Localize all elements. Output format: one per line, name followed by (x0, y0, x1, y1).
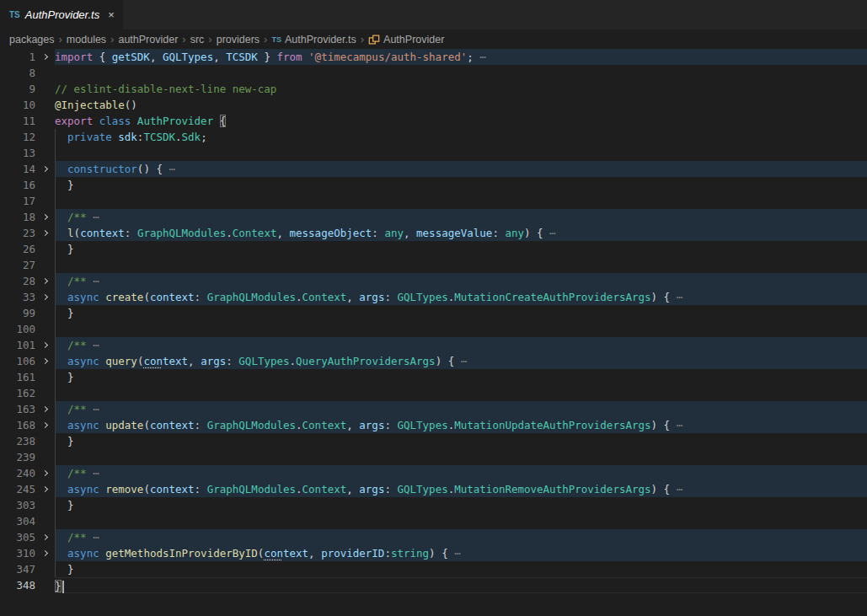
code-line[interactable]: 16 } (0, 177, 867, 193)
code-line[interactable]: 1import { getSDK, GQLTypes, TCSDK } from… (0, 49, 867, 65)
fold-chevron-icon[interactable] (35, 289, 55, 305)
code-line[interactable]: 106 async query(context, args: GQLTypes.… (0, 353, 867, 369)
code-line-content[interactable]: } (55, 305, 867, 321)
line-number[interactable]: 11 (0, 113, 35, 129)
code-line[interactable]: 11export class AuthProvider { (0, 113, 867, 129)
code-line-content[interactable]: } (55, 577, 867, 593)
code-line-content[interactable]: } (55, 241, 867, 257)
line-number[interactable]: 161 (0, 369, 35, 385)
code-line[interactable]: 14 constructor() { ⋯ (0, 161, 867, 177)
code-line-content[interactable]: async remove(context: GraphQLModules.Con… (55, 481, 867, 497)
fold-chevron-icon[interactable] (35, 401, 55, 417)
fold-chevron-icon[interactable] (35, 49, 55, 65)
code-line-content[interactable] (55, 257, 867, 273)
line-number[interactable]: 14 (0, 161, 35, 177)
code-line[interactable]: 13 (0, 145, 867, 161)
code-line[interactable]: 310 async getMethodsInProviderByID(conte… (0, 545, 867, 561)
code-line-content[interactable]: /** ⋯ (55, 209, 867, 225)
code-line[interactable]: 9// eslint-disable-next-line new-cap (0, 81, 867, 97)
line-number[interactable]: 26 (0, 241, 35, 257)
code-line-content[interactable]: /** ⋯ (55, 337, 867, 353)
code-line[interactable]: 23 l(context: GraphQLModules.Context, me… (0, 225, 867, 241)
line-number[interactable]: 240 (0, 465, 35, 481)
line-number[interactable]: 106 (0, 353, 35, 369)
line-number[interactable]: 99 (0, 305, 35, 321)
fold-chevron-icon[interactable] (35, 353, 55, 369)
line-number[interactable]: 347 (0, 561, 35, 577)
fold-chevron-icon[interactable] (35, 465, 55, 481)
code-line-content[interactable]: } (55, 561, 867, 577)
line-number[interactable]: 245 (0, 481, 35, 497)
code-area[interactable]: 1import { getSDK, GQLTypes, TCSDK } from… (0, 49, 867, 593)
code-line-content[interactable] (55, 145, 867, 161)
fold-chevron-icon[interactable] (35, 161, 55, 177)
fold-chevron-icon[interactable] (35, 273, 55, 289)
line-number[interactable]: 310 (0, 545, 35, 561)
code-line-content[interactable]: @Injectable() (55, 97, 867, 113)
code-line[interactable]: 27 (0, 257, 867, 273)
code-line-content[interactable]: async create(context: GraphQLModules.Con… (55, 289, 867, 305)
code-line[interactable]: 303 } (0, 497, 867, 513)
line-number[interactable]: 1 (0, 49, 35, 65)
code-line[interactable]: 245 async remove(context: GraphQLModules… (0, 481, 867, 497)
line-number[interactable]: 13 (0, 145, 35, 161)
fold-chevron-icon[interactable] (35, 337, 55, 353)
line-number[interactable]: 28 (0, 273, 35, 289)
line-number[interactable]: 303 (0, 497, 35, 513)
fold-chevron-icon[interactable] (35, 225, 55, 241)
code-line-content[interactable] (55, 513, 867, 529)
code-line-content[interactable] (55, 385, 867, 401)
code-line-content[interactable]: } (55, 177, 867, 193)
code-line[interactable]: 304 (0, 513, 867, 529)
line-number[interactable]: 9 (0, 81, 35, 97)
code-line[interactable]: 18 /** ⋯ (0, 209, 867, 225)
code-line-content[interactable]: /** ⋯ (55, 273, 867, 289)
line-number[interactable]: 163 (0, 401, 35, 417)
code-line[interactable]: 26 } (0, 241, 867, 257)
code-line-content[interactable]: } (55, 369, 867, 385)
code-line[interactable]: 8 (0, 65, 867, 81)
line-number[interactable]: 23 (0, 225, 35, 241)
code-line-content[interactable] (55, 65, 867, 81)
breadcrumb-item-modules[interactable]: modules (67, 34, 106, 46)
line-number[interactable]: 17 (0, 193, 35, 209)
code-line-content[interactable] (55, 449, 867, 465)
code-line[interactable]: 161 } (0, 369, 867, 385)
tab-authprovider[interactable]: TS AuthProvider.ts × (0, 0, 123, 29)
code-line-content[interactable] (55, 193, 867, 209)
line-number[interactable]: 100 (0, 321, 35, 337)
code-line-content[interactable] (55, 321, 867, 337)
code-line[interactable]: 305 /** ⋯ (0, 529, 867, 545)
code-line[interactable]: 238 } (0, 433, 867, 449)
code-line-content[interactable]: async query(context, args: GQLTypes.Quer… (55, 353, 867, 369)
line-number[interactable]: 101 (0, 337, 35, 353)
code-line[interactable]: 240 /** ⋯ (0, 465, 867, 481)
line-number[interactable]: 168 (0, 417, 35, 433)
code-line[interactable]: 100 (0, 321, 867, 337)
line-number[interactable]: 162 (0, 385, 35, 401)
line-number[interactable]: 238 (0, 433, 35, 449)
code-line[interactable]: 348} (0, 577, 867, 593)
code-line-content[interactable]: /** ⋯ (55, 401, 867, 417)
tab-close-icon[interactable]: × (108, 9, 115, 20)
breadcrumb-item-src[interactable]: src (190, 34, 205, 46)
line-number[interactable]: 16 (0, 177, 35, 193)
line-number[interactable]: 304 (0, 513, 35, 529)
code-line-content[interactable]: async getMethodsInProviderByID(context, … (55, 545, 867, 561)
fold-chevron-icon[interactable] (35, 417, 55, 433)
code-line-content[interactable]: /** ⋯ (55, 465, 867, 481)
fold-chevron-icon[interactable] (35, 481, 55, 497)
code-line[interactable]: 239 (0, 449, 867, 465)
breadcrumb-item-providers[interactable]: providers (217, 34, 260, 46)
line-number[interactable]: 33 (0, 289, 35, 305)
code-line[interactable]: 347 } (0, 561, 867, 577)
code-line[interactable]: 101 /** ⋯ (0, 337, 867, 353)
code-line-content[interactable]: async update(context: GraphQLModules.Con… (55, 417, 867, 433)
code-line-content[interactable]: } (55, 433, 867, 449)
code-line-content[interactable]: private sdk:TCSDK.Sdk; (55, 129, 867, 145)
fold-chevron-icon[interactable] (35, 209, 55, 225)
breadcrumb-item-packages[interactable]: packages (9, 34, 55, 46)
line-number[interactable]: 8 (0, 65, 35, 81)
code-line-content[interactable]: import { getSDK, GQLTypes, TCSDK } from … (55, 49, 867, 65)
line-number[interactable]: 239 (0, 449, 35, 465)
